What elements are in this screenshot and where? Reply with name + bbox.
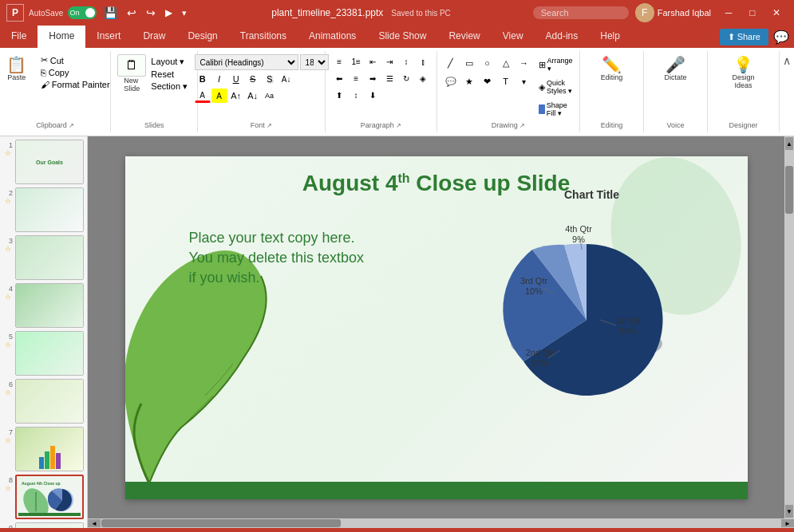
text-box[interactable]: Place your text copy here. You may delet… — [189, 228, 365, 289]
vertical-scrollbar[interactable]: ▲ ▼ — [784, 136, 794, 518]
shapes-more[interactable]: ▾ — [513, 73, 535, 90]
italic-button[interactable]: I — [211, 72, 227, 86]
autosave-toggle[interactable]: On — [68, 6, 97, 19]
quick-styles-button[interactable]: ◈ QuickStyles ▾ — [534, 77, 578, 97]
align-center-button[interactable]: ≡ — [348, 71, 364, 85]
reset-button[interactable]: Reset — [148, 69, 191, 80]
scroll-down-button[interactable]: ▼ — [785, 505, 793, 518]
save-button[interactable]: 💾 — [101, 5, 120, 21]
quick-access-more[interactable]: ▾ — [180, 6, 189, 20]
tab-file[interactable]: File — [0, 26, 38, 48]
scroll-thumb-h[interactable] — [101, 519, 341, 527]
present-button[interactable]: ▶ — [163, 6, 175, 20]
font-color-button[interactable]: A — [195, 89, 211, 103]
minimize-button[interactable]: ─ — [717, 2, 740, 24]
align-right-button[interactable]: ➡ — [365, 71, 381, 85]
scroll-up-button[interactable]: ▲ — [785, 137, 793, 150]
slide-img-1[interactable]: Our Goals — [15, 140, 84, 184]
slide-thumbnail-3[interactable]: 3 ☆ — [3, 235, 84, 280]
tab-design[interactable]: Design — [176, 26, 228, 48]
slide-img-7[interactable] — [15, 427, 84, 471]
scroll-left-button[interactable]: ◄ — [88, 519, 101, 527]
tab-home[interactable]: Home — [38, 26, 85, 48]
layout-button[interactable]: Layout ▾ — [148, 56, 191, 68]
slide-thumbnail-4[interactable]: 4 ☆ — [3, 283, 84, 328]
share-button[interactable]: ⬆ Share — [720, 29, 768, 45]
tab-review[interactable]: Review — [437, 26, 491, 48]
convert-smartart-button[interactable]: ◈ — [415, 71, 431, 85]
numbered-list-button[interactable]: 1≡ — [348, 54, 364, 69]
undo-button[interactable]: ↩ — [124, 5, 139, 21]
slide-img-8[interactable]: August 4th Close up — [15, 475, 84, 519]
shape-arrow[interactable]: → — [513, 54, 535, 72]
comments-button[interactable]: 💬 — [773, 30, 789, 45]
underline-button[interactable]: U — [228, 72, 244, 86]
copy-button[interactable]: ⎘ Copy — [38, 67, 113, 78]
align-bottom-button[interactable]: ⬇ — [365, 88, 381, 102]
dictate-button[interactable]: 🎤 Dictate — [659, 54, 691, 84]
highlight-button[interactable]: A — [211, 89, 227, 103]
shadow-button[interactable]: S — [262, 72, 278, 86]
slide-thumbnail-8[interactable]: 8 ☆ August 4th Close up — [3, 475, 84, 519]
slide-img-4[interactable] — [15, 283, 84, 328]
font-size-selector[interactable]: 18 — [300, 54, 329, 70]
slide-thumbnail-2[interactable]: 2 ☆ — [3, 187, 84, 232]
slide-img-3[interactable] — [15, 235, 84, 280]
slide-img-6[interactable] — [15, 379, 84, 424]
bold-button[interactable]: B — [195, 72, 211, 86]
tab-slideshow[interactable]: Slide Show — [367, 26, 437, 48]
tab-insert[interactable]: Insert — [85, 26, 132, 48]
tab-view[interactable]: View — [492, 26, 535, 48]
increase-font-button[interactable]: A↑ — [228, 89, 244, 103]
slide-img-5[interactable] — [15, 331, 84, 376]
slide-canvas[interactable]: August 4th Close up Slide — [125, 156, 748, 499]
scroll-right-button[interactable]: ► — [781, 519, 794, 527]
strikethrough-button[interactable]: S — [245, 72, 261, 86]
shape-fill-button[interactable]: Shape Fill ▾ — [534, 99, 578, 120]
text-direction-button[interactable]: ↻ — [398, 71, 414, 85]
search-input[interactable] — [533, 6, 629, 19]
close-button[interactable]: ✕ — [765, 2, 788, 24]
bullet-list-button[interactable]: ≡ — [331, 54, 347, 69]
paste-button[interactable]: 📋 Paste — [0, 54, 36, 84]
align-left-button[interactable]: ⬅ — [331, 71, 347, 85]
redo-button[interactable]: ↪ — [144, 5, 158, 21]
change-case-button[interactable]: Aa — [262, 89, 278, 103]
increase-indent-button[interactable]: ⇥ — [381, 54, 397, 69]
slide-thumbnail-5[interactable]: 5 ☆ — [3, 331, 84, 376]
align-middle-button[interactable]: ↕ — [348, 88, 364, 102]
ribbon-collapse[interactable]: ∧ — [780, 51, 794, 132]
decrease-font-button[interactable]: A↓ — [245, 89, 261, 103]
format-painter-button[interactable]: 🖌 Format Painter — [38, 79, 113, 90]
user-area[interactable]: F Farshad Iqbal — [635, 3, 711, 22]
cut-button[interactable]: ✂ Cut — [38, 54, 113, 66]
arrange-button[interactable]: ⊞ Arrange ▾ — [534, 54, 578, 75]
tab-animations[interactable]: Animations — [298, 26, 367, 48]
new-slide-button[interactable]: 🗒 NewSlide — [117, 54, 146, 93]
tab-help[interactable]: Help — [589, 26, 631, 48]
section-button[interactable]: Section ▾ — [148, 81, 191, 93]
clear-formatting-button[interactable]: A↓ — [278, 72, 294, 86]
slide-thumbnail-9[interactable]: 9 ☆ — [3, 522, 84, 528]
columns-button[interactable]: ⫿ — [415, 54, 431, 69]
tab-draw[interactable]: Draw — [132, 26, 176, 48]
slide-thumbnail-1[interactable]: 1 ☆ Our Goals — [3, 140, 84, 184]
justify-button[interactable]: ☰ — [381, 71, 397, 85]
tab-transitions[interactable]: Transitions — [229, 26, 298, 48]
horizontal-scrollbar[interactable]: ◄ ► — [88, 518, 794, 528]
maximize-button[interactable]: □ — [741, 2, 764, 24]
slide-thumbnail-7[interactable]: 7 ☆ — [3, 427, 84, 471]
editing-button[interactable]: ✏️ Editing — [596, 54, 628, 84]
slide-img-2[interactable] — [15, 187, 84, 232]
chart-area[interactable]: Chart Title — [460, 188, 724, 420]
slide-thumbnail-6[interactable]: 6 ☆ — [3, 379, 84, 424]
align-top-button[interactable]: ⬆ — [331, 88, 347, 102]
design-ideas-button[interactable]: 💡 DesignIdeas — [727, 54, 759, 92]
tab-addins[interactable]: Add-ins — [535, 26, 590, 48]
scroll-thumb-v[interactable] — [785, 166, 793, 214]
font-name-selector[interactable]: Calibri (Headings) — [195, 54, 298, 70]
decrease-indent-button[interactable]: ⇤ — [365, 54, 381, 69]
collapse-icon[interactable]: ∧ — [783, 54, 791, 67]
slide-img-9[interactable] — [15, 522, 84, 528]
line-spacing-button[interactable]: ↕ — [398, 54, 414, 69]
